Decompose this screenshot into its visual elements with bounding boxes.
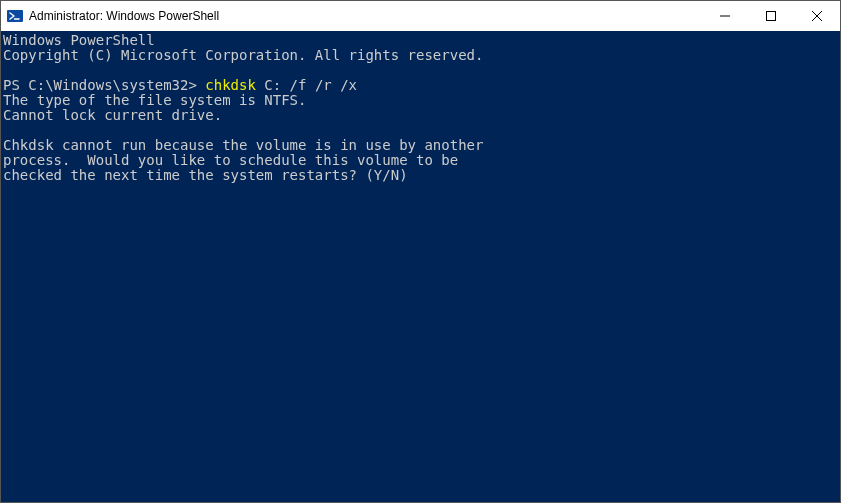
output-line: The type of the file system is NTFS. [3, 92, 306, 108]
terminal-area[interactable]: Windows PowerShell Copyright (C) Microso… [1, 31, 840, 502]
banner-line: Windows PowerShell [3, 32, 155, 48]
powershell-icon [7, 8, 23, 24]
command-text: chkdsk [205, 77, 256, 93]
output-line: process. Would you like to schedule this… [3, 152, 458, 168]
window-controls [702, 1, 840, 31]
banner-line: Copyright (C) Microsoft Corporation. All… [3, 47, 483, 63]
svg-rect-0 [7, 10, 23, 22]
output-line: Cannot lock current drive. [3, 107, 222, 123]
prompt-prefix: PS C:\Windows\system32> [3, 77, 205, 93]
minimize-button[interactable] [702, 1, 748, 31]
titlebar[interactable]: Administrator: Windows PowerShell [1, 1, 840, 31]
command-args: C: /f /r /x [256, 77, 357, 93]
powershell-window: Administrator: Windows PowerShell Window… [0, 0, 841, 503]
output-line: Chkdsk cannot run because the volume is … [3, 137, 483, 153]
output-line: checked the next time the system restart… [3, 167, 408, 183]
window-title: Administrator: Windows PowerShell [29, 9, 219, 23]
svg-rect-3 [767, 12, 776, 21]
close-button[interactable] [794, 1, 840, 31]
maximize-button[interactable] [748, 1, 794, 31]
